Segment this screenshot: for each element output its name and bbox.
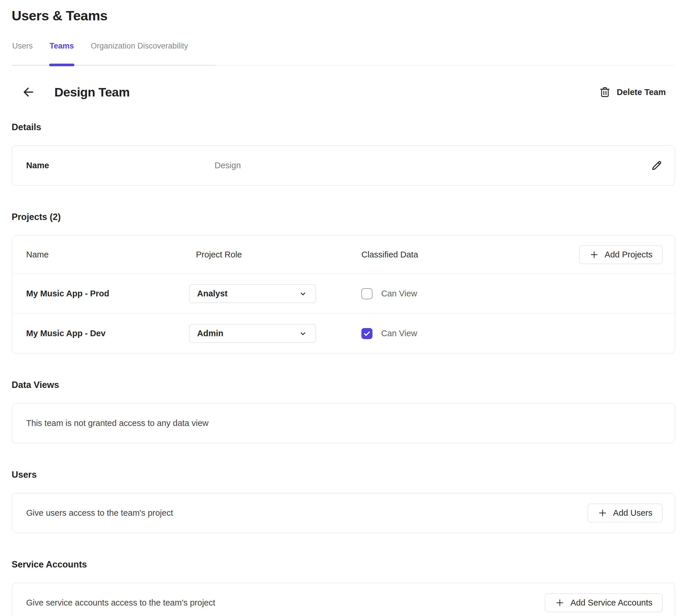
can-view-checkbox[interactable] <box>361 328 372 339</box>
team-title: Design Team <box>55 85 130 100</box>
add-projects-label: Add Projects <box>605 250 652 260</box>
arrow-left-icon <box>22 85 35 99</box>
projects-heading: Projects (2) <box>12 212 675 222</box>
pencil-icon <box>650 159 663 172</box>
chevron-down-icon <box>299 329 307 338</box>
service-accounts-card: Give service accounts access to the team… <box>12 582 675 616</box>
project-name: My Music App - Prod <box>26 289 189 299</box>
classified-data-cell: Can View <box>361 328 663 339</box>
plus-icon <box>555 598 565 608</box>
column-header-name: Name <box>26 250 189 260</box>
tab-organization-discoverability[interactable]: Organization Discoverability <box>90 42 189 66</box>
team-header: Design Team Delete Team <box>12 85 675 100</box>
add-projects-button[interactable]: Add Projects <box>579 245 663 264</box>
edit-name-button[interactable] <box>650 159 663 172</box>
classified-data-cell: Can View <box>361 288 663 299</box>
trash-icon <box>600 86 610 98</box>
plus-icon <box>590 250 599 260</box>
details-heading: Details <box>12 122 675 132</box>
add-service-accounts-label: Add Service Accounts <box>571 598 652 608</box>
tab-teams[interactable]: Teams <box>49 42 75 66</box>
service-accounts-heading: Service Accounts <box>12 559 675 570</box>
project-role-select[interactable]: Admin <box>189 324 316 343</box>
project-role-value: Analyst <box>197 289 228 299</box>
name-value: Design <box>215 161 241 170</box>
column-header-classified-data: Classified Data <box>361 250 579 260</box>
can-view-label: Can View <box>381 289 417 299</box>
checkmark-icon <box>363 330 371 338</box>
column-header-project-role: Project Role <box>189 250 361 260</box>
data-views-heading: Data Views <box>12 380 675 390</box>
table-row: My Music App - Prod Analyst Can View <box>12 273 675 313</box>
users-empty-text: Give users access to the team's project <box>26 508 173 518</box>
project-name: My Music App - Dev <box>26 329 189 338</box>
users-card: Give users access to the team's project … <box>12 493 675 533</box>
name-label: Name <box>26 161 215 170</box>
project-role-cell: Admin <box>189 324 361 343</box>
projects-table-header: Name Project Role Classified Data Add Pr… <box>12 236 675 273</box>
users-heading: Users <box>12 469 675 480</box>
page: Users & Teams Users Teams Organization D… <box>0 7 685 616</box>
add-users-label: Add Users <box>613 508 652 518</box>
chevron-down-icon <box>299 289 307 298</box>
project-role-value: Admin <box>197 329 223 338</box>
back-button[interactable] <box>21 85 36 100</box>
can-view-label: Can View <box>381 329 417 338</box>
tab-users[interactable]: Users <box>12 42 34 66</box>
projects-table: Name Project Role Classified Data Add Pr… <box>12 235 675 354</box>
page-title: Users & Teams <box>12 7 675 24</box>
add-service-accounts-button[interactable]: Add Service Accounts <box>545 593 663 612</box>
table-row: My Music App - Dev Admin Can View <box>12 313 675 353</box>
details-card: Name Design <box>12 145 675 186</box>
tab-bar: Users Teams Organization Discoverability <box>12 42 675 66</box>
project-role-select[interactable]: Analyst <box>189 284 316 303</box>
delete-team-button[interactable]: Delete Team <box>598 86 667 98</box>
project-role-cell: Analyst <box>189 284 361 303</box>
service-accounts-empty-text: Give service accounts access to the team… <box>26 598 215 608</box>
add-users-button[interactable]: Add Users <box>587 504 663 523</box>
data-views-card: This team is not granted access to any d… <box>12 403 675 443</box>
plus-icon <box>598 508 607 518</box>
can-view-checkbox[interactable] <box>361 288 372 299</box>
delete-team-label: Delete Team <box>617 87 666 97</box>
data-views-empty-text: This team is not granted access to any d… <box>26 418 209 428</box>
